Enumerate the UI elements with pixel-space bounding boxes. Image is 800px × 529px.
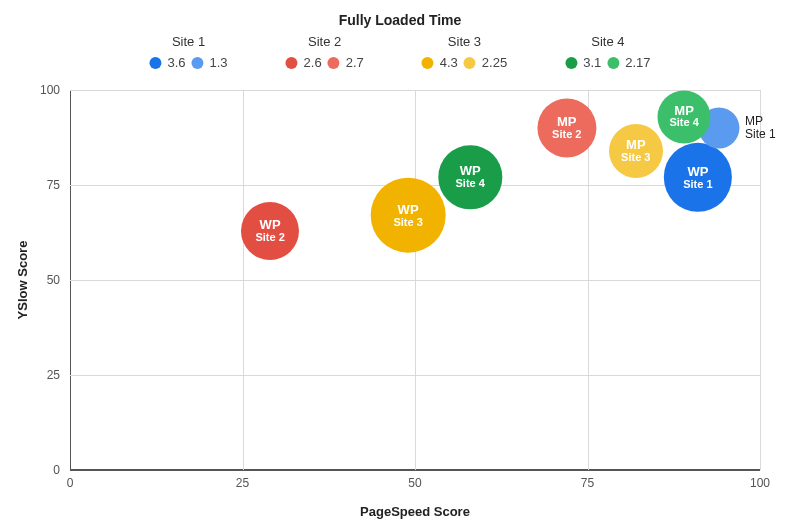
x-axis-label: PageSpeed Score [360, 504, 470, 519]
legend-value: 2.6 [304, 55, 322, 70]
chart-stage: Fully Loaded Time Site 13.61.3Site 22.62… [0, 0, 800, 529]
data-bubble: MPSite 4 [658, 90, 711, 143]
bubble-site-label: Site 3 [393, 216, 422, 228]
x-tick-label: 50 [408, 476, 421, 490]
legend-swatch [192, 57, 204, 69]
legend-value: 1.3 [210, 55, 228, 70]
bubble-label: MP [626, 138, 646, 152]
legend-swatch [328, 57, 340, 69]
data-bubble: MPSite 2 [537, 98, 596, 157]
bubble-label: WP [687, 165, 708, 179]
legend-swatch [565, 57, 577, 69]
y-tick-label: 0 [53, 463, 60, 477]
bubble-site-label: Site 2 [552, 129, 581, 141]
bubble-label: MP [557, 115, 577, 129]
gridline-vertical [760, 90, 761, 470]
chart-legend: Site 13.61.3Site 22.62.7Site 34.32.25Sit… [149, 34, 650, 70]
legend-group: Site 13.61.3 [149, 34, 227, 70]
y-axis-label: YSlow Score [15, 241, 30, 320]
bubble-site-label: Site 2 [255, 232, 284, 244]
legend-value: 3.1 [583, 55, 601, 70]
y-tick-label: 75 [47, 178, 60, 192]
y-tick-label: 50 [47, 273, 60, 287]
y-tick-label: 25 [47, 368, 60, 382]
legend-site-label: Site 1 [172, 34, 205, 49]
bubble-label: WP [398, 203, 419, 217]
gridline-horizontal [70, 375, 760, 376]
legend-value: 3.6 [167, 55, 185, 70]
plot-area: PageSpeed Score YSlow Score 025507510002… [70, 90, 760, 470]
bubble-external-label: MPSite 1 [745, 115, 776, 141]
legend-swatch [149, 57, 161, 69]
bubble-site-label: Site 1 [683, 178, 712, 190]
legend-site-label: Site 3 [448, 34, 481, 49]
legend-group: Site 34.32.25 [422, 34, 507, 70]
legend-row: 3.61.3 [149, 55, 227, 70]
x-tick-label: 0 [67, 476, 74, 490]
x-tick-label: 100 [750, 476, 770, 490]
bubble-site-label: Site 4 [456, 178, 485, 190]
bubble-site-label: Site 4 [669, 118, 698, 130]
bubble-site-label: Site 3 [621, 152, 650, 164]
gridline-horizontal [70, 470, 760, 471]
gridline-horizontal [70, 90, 760, 91]
legend-swatch [422, 57, 434, 69]
legend-swatch [286, 57, 298, 69]
legend-site-label: Site 4 [591, 34, 624, 49]
data-bubble: WPSite 3 [371, 178, 446, 253]
legend-row: 3.12.17 [565, 55, 650, 70]
legend-row: 2.62.7 [286, 55, 364, 70]
data-bubble: WPSite 1 [664, 143, 732, 211]
data-bubble: WPSite 2 [241, 202, 299, 260]
legend-site-label: Site 2 [308, 34, 341, 49]
gridline-horizontal [70, 280, 760, 281]
legend-value: 2.25 [482, 55, 507, 70]
y-tick-label: 100 [40, 83, 60, 97]
bubble-label: WP [460, 165, 481, 179]
bubble-label: MP [674, 104, 694, 118]
legend-swatch [607, 57, 619, 69]
legend-value: 2.7 [346, 55, 364, 70]
legend-value: 2.17 [625, 55, 650, 70]
x-tick-label: 75 [581, 476, 594, 490]
legend-swatch [464, 57, 476, 69]
legend-value: 4.3 [440, 55, 458, 70]
bubble-label: WP [260, 218, 281, 232]
legend-group: Site 43.12.17 [565, 34, 650, 70]
legend-row: 4.32.25 [422, 55, 507, 70]
data-bubble: MPSite 3 [609, 124, 663, 178]
legend-group: Site 22.62.7 [286, 34, 364, 70]
x-tick-label: 25 [236, 476, 249, 490]
chart-title: Fully Loaded Time [0, 12, 800, 28]
